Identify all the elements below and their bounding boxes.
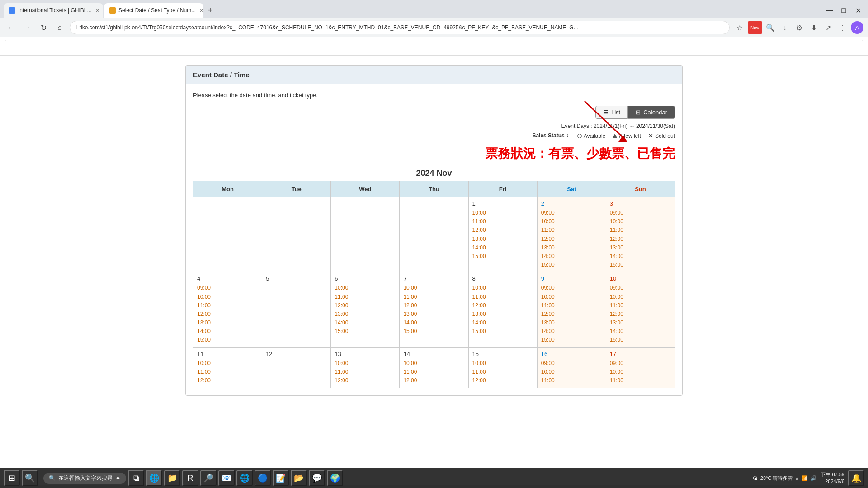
address-bar[interactable]: l-tike.com/st1/ghibli-pk-en4/Tt/Ttg050se…: [70, 21, 730, 34]
time-slot-10-13:00[interactable]: 13:00: [610, 319, 671, 327]
time-slot-3-13:00[interactable]: 13:00: [610, 244, 671, 252]
time-slot-14-12:00[interactable]: 12:00: [403, 376, 464, 385]
time-slot-4-09:00[interactable]: 09:00: [197, 284, 258, 292]
time-slot-9-09:00[interactable]: 09:00: [541, 284, 602, 292]
time-slot-7-11:00[interactable]: 11:00: [403, 293, 464, 301]
time-slot-13-11:00[interactable]: 11:00: [335, 368, 396, 376]
extension-icon-1[interactable]: 🔍: [764, 21, 777, 34]
time-slot-6-12:00[interactable]: 12:00: [335, 301, 396, 310]
tab-close-1[interactable]: ✕: [95, 8, 99, 14]
time-slot-4-11:00[interactable]: 11:00: [197, 301, 258, 310]
time-slot-9-10:00[interactable]: 10:00: [541, 293, 602, 301]
minimize-button[interactable]: —: [823, 4, 835, 17]
time-slot-4-14:00[interactable]: 14:00: [197, 327, 258, 336]
time-slot-2-12:00[interactable]: 12:00: [541, 235, 602, 244]
time-slot-1-14:00[interactable]: 14:00: [472, 244, 533, 252]
time-slot-6-14:00[interactable]: 14:00: [335, 319, 396, 327]
time-slot-2-13:00[interactable]: 13:00: [541, 244, 602, 252]
time-slot-16-10:00[interactable]: 10:00: [541, 368, 602, 376]
tab-close-2[interactable]: ✕: [199, 8, 203, 14]
time-slot-3-10:00[interactable]: 10:00: [610, 217, 671, 226]
time-slot-10-15:00[interactable]: 15:00: [610, 336, 671, 344]
time-slot-11-12:00[interactable]: 12:00: [197, 376, 258, 385]
time-slot-9-12:00[interactable]: 12:00: [541, 310, 602, 319]
taskbar-app-8[interactable]: 📂: [291, 470, 307, 485]
time-slot-9-15:00[interactable]: 15:00: [541, 336, 602, 344]
time-slot-11-11:00[interactable]: 11:00: [197, 368, 258, 376]
time-slot-2-14:00[interactable]: 14:00: [541, 252, 602, 261]
time-slot-4-13:00[interactable]: 13:00: [197, 319, 258, 327]
taskview-button[interactable]: ⧉: [128, 470, 144, 485]
time-slot-4-15:00[interactable]: 15:00: [197, 336, 258, 344]
time-display[interactable]: 下午 07:59 2024/9/6: [821, 471, 844, 485]
extension-icon-3[interactable]: ⚙: [793, 21, 806, 34]
downloads-icon[interactable]: ⬇: [807, 21, 820, 34]
time-slot-3-11:00[interactable]: 11:00: [610, 226, 671, 235]
time-slot-15-12:00[interactable]: 12:00: [472, 376, 533, 385]
time-slot-7-14:00[interactable]: 14:00: [403, 319, 464, 327]
time-slot-6-13:00[interactable]: 13:00: [335, 310, 396, 319]
share-icon[interactable]: ↗: [822, 21, 835, 34]
close-button[interactable]: ✕: [852, 4, 864, 17]
more-icon[interactable]: ⋮: [836, 21, 849, 34]
taskbar-app-2[interactable]: R: [182, 470, 198, 485]
back-button[interactable]: ←: [5, 21, 17, 34]
time-slot-11-10:00[interactable]: 10:00: [197, 359, 258, 368]
home-button[interactable]: ⌂: [53, 21, 66, 34]
time-slot-4-12:00[interactable]: 12:00: [197, 310, 258, 319]
time-slot-10-12:00[interactable]: 12:00: [610, 310, 671, 319]
time-slot-9-14:00[interactable]: 14:00: [541, 327, 602, 336]
taskbar-app-4[interactable]: 📧: [218, 470, 235, 485]
search-button[interactable]: 🔍: [22, 470, 38, 485]
time-slot-1-12:00[interactable]: 12:00: [472, 226, 533, 235]
time-slot-4-10:00[interactable]: 10:00: [197, 293, 258, 301]
time-slot-17-10:00[interactable]: 10:00: [610, 368, 671, 376]
time-slot-14-10:00[interactable]: 10:00: [403, 359, 464, 368]
time-slot-2-11:00[interactable]: 11:00: [541, 226, 602, 235]
time-slot-1-13:00[interactable]: 13:00: [472, 235, 533, 244]
taskbar-chrome-button[interactable]: 🌐: [146, 470, 162, 485]
reload-button[interactable]: ↻: [37, 21, 50, 34]
forward-button[interactable]: →: [21, 21, 33, 34]
tab-2[interactable]: Select Date / Seat Type / Num... ✕: [104, 3, 203, 18]
time-slot-2-09:00[interactable]: 09:00: [541, 209, 602, 217]
time-slot-15-10:00[interactable]: 10:00: [472, 359, 533, 368]
time-slot-7-13:00[interactable]: 13:00: [403, 310, 464, 319]
time-slot-7-10:00[interactable]: 10:00: [403, 284, 464, 292]
time-slot-8-11:00[interactable]: 11:00: [472, 293, 533, 301]
taskbar-search[interactable]: 🔍 在這裡輸入文字來搜尋 ✦: [43, 473, 126, 484]
list-view-button[interactable]: ☰ List: [595, 106, 628, 119]
time-slot-1-10:00[interactable]: 10:00: [472, 209, 533, 217]
time-slot-1-11:00[interactable]: 11:00: [472, 217, 533, 226]
page-search-input[interactable]: [5, 40, 863, 52]
time-slot-10-10:00[interactable]: 10:00: [610, 293, 671, 301]
taskbar-app-3[interactable]: 🔎: [200, 470, 217, 485]
time-slot-6-11:00[interactable]: 11:00: [335, 293, 396, 301]
time-slot-3-14:00[interactable]: 14:00: [610, 252, 671, 261]
time-slot-3-09:00[interactable]: 09:00: [610, 209, 671, 217]
time-slot-8-12:00[interactable]: 12:00: [472, 301, 533, 310]
taskbar-app-5[interactable]: 🌐: [236, 470, 253, 485]
bookmark-star-icon[interactable]: ☆: [733, 21, 746, 34]
new-tab-button[interactable]: +: [204, 4, 217, 17]
time-slot-9-13:00[interactable]: 13:00: [541, 319, 602, 327]
time-slot-15-11:00[interactable]: 11:00: [472, 368, 533, 376]
taskbar-app-7[interactable]: 📝: [273, 470, 289, 485]
time-slot-2-10:00[interactable]: 10:00: [541, 217, 602, 226]
time-slot-10-11:00[interactable]: 11:00: [610, 301, 671, 310]
time-slot-13-10:00[interactable]: 10:00: [335, 359, 396, 368]
restore-button[interactable]: □: [837, 4, 850, 17]
taskbar-app-10[interactable]: 🌍: [327, 470, 343, 485]
new-icon[interactable]: New: [748, 21, 762, 34]
time-slot-16-09:00[interactable]: 09:00: [541, 359, 602, 368]
tab-1[interactable]: International Tickets | GHIBL... ✕: [4, 3, 103, 18]
time-slot-1-15:00[interactable]: 15:00: [472, 252, 533, 261]
time-slot-3-15:00[interactable]: 15:00: [610, 261, 671, 269]
start-button[interactable]: ⊞: [4, 470, 20, 485]
time-slot-9-11:00[interactable]: 11:00: [541, 301, 602, 310]
time-slot-16-11:00[interactable]: 11:00: [541, 376, 602, 385]
profile-avatar[interactable]: A: [851, 21, 863, 34]
time-slot-2-15:00[interactable]: 15:00: [541, 261, 602, 269]
time-slot-17-11:00[interactable]: 11:00: [610, 376, 671, 385]
taskbar-app-6[interactable]: 🔵: [255, 470, 271, 485]
